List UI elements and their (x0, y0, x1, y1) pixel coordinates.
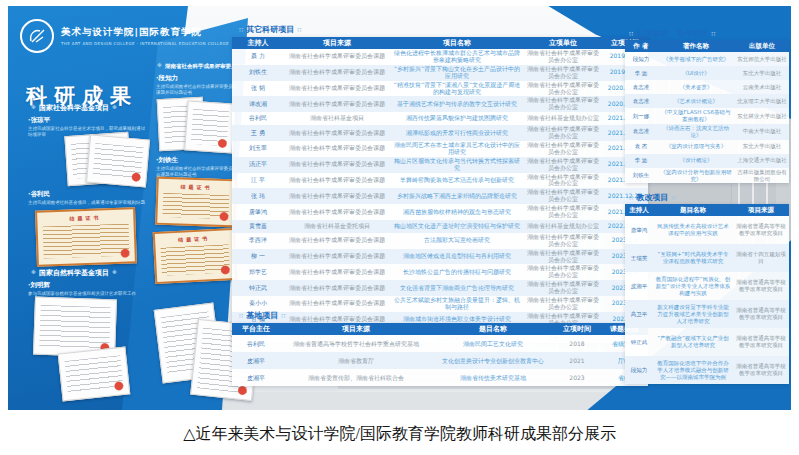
table-cell: 袁志准 (625, 94, 657, 108)
table-row: 黄雪嘉湖南省社科基金委托项目梅山地区文化遗产遗址时空演变特征与保护研究湖南省社科… (232, 220, 648, 233)
other-projects-table: 主持人项目来源项目名称立项单位立项时间聂 力湖南省社会科学成果评审委员会课题绿色… (232, 37, 648, 343)
logo-glyph-icon (26, 25, 48, 47)
table-cell: 黄雪嘉 (232, 220, 284, 233)
table-cell: 文化强省背景下湖南商业广告伦理导向研究 (390, 280, 524, 296)
table-cell: 《室内设计原理与实务》 (657, 140, 735, 154)
table-cell: 刘铁生 (232, 65, 284, 81)
researcher-desc: 参与完成国家自然科学基金项目相关设计艺术研究工作 (28, 291, 140, 297)
column-header: 主持人 (232, 37, 284, 49)
table-row: 谷利民湖南省社科基金项目湘西传统聚落风貌保护与建筑图腾研究湖南省社科基金规划办公… (232, 112, 648, 125)
table-row: 汤正平湖南省社会科学成果评审委员会课题梅山片区服饰文化传承与当代转换方式性探索研… (232, 157, 648, 173)
table-header-row: 平台主任项目来源题目名称立项时间课题类别 (232, 323, 648, 335)
publications-table-wrap: 作 者著作名称出版单位段知力《美学视域下的广告研究》东北师范大学出版社李 远《U… (625, 40, 783, 183)
table-row: 唐肇鸿湖南省社会科学成果评审委员会课题湘西苗族服饰纹样精神的观念与形态研究湖南省… (232, 204, 648, 220)
red-seal-icon (114, 381, 124, 391)
table-cell: 湖南省社会科学成果评审委员会课题 (284, 96, 390, 112)
college-name: 美术与设计学院|国际教育学院 (61, 26, 229, 39)
section-label-teaching-reform: 教改项目 (626, 192, 678, 203)
table-cell: 湘西传统聚落风貌保护与建筑图腾研究 (390, 112, 524, 125)
table-row: 钟正武“产教融合”视域下文化产业创新型人才培养研究湖南省普通高等学校教学改革研究… (625, 328, 789, 356)
research-achievements-poster: 美术与设计学院|国际教育学院 THE ART AND DESIGN COLLEG… (8, 6, 791, 410)
table-cell: 湖南省普通高等学校教学改革研究项目 (733, 216, 789, 244)
table-row: 谭改湘湖南省社会科学成果评审委员会课题基于湘绣艺术保护与传承的教学交互设计研究湖… (232, 96, 648, 112)
table-cell: 湖南省社会科学成果评审委员会课题 (284, 204, 390, 220)
column-header: 平台主任 (232, 323, 280, 335)
table-row: 皮湘平湖南省委宣传部、湖南省社科联合会湖南省传统美术研究基地2023省级 (232, 369, 648, 386)
table-cell: 湘潭纸影戏的开发可行性商业设计研究 (390, 125, 524, 141)
table-row: 郑学艺湖南省社会科学成果评审委员会课题长沙地铁公益广告的传播特征与问题研究湖南省… (232, 264, 648, 280)
certificate-title: 结题证书 (155, 234, 233, 244)
table-cell: 湖南省社会科学成果评审委员会课题 (284, 296, 390, 312)
table-cell: 李西洋 (232, 233, 284, 249)
table-cell: 刘玉翠 (232, 141, 284, 157)
base-projects-table: 平台主任项目来源题目名称立项时间课题类别谷利民湖南省普通高等学校哲学社会科学重点… (232, 323, 648, 386)
college-name-en: THE ART AND DESIGN COLLEGE · INTERNATION… (61, 41, 229, 46)
section-label-publications: 出版教材、著作情况 (626, 28, 718, 39)
column-header: 作 者 (625, 40, 657, 52)
table-cell: 谭改湘 (232, 96, 284, 112)
poster-header: 美术与设计学院|国际教育学院 THE ART AND DESIGN COLLEG… (20, 19, 229, 53)
table-row: 柳 一湖南省社会科学成果评审委员会课题湖南地区傩戏道具造型特征与再利用研究湖南省… (232, 249, 648, 265)
table-cell: 袁 杰 (625, 140, 657, 154)
table-cell: 教育国际化语境下中外合作办学人才培养模式融合与创新研究——以湖南城市学院为例 (653, 356, 733, 384)
researcher-name: ·段知力 (156, 74, 240, 83)
table-cell: 湖南省十四五规划项目 (733, 244, 789, 272)
table-row: 王 勇湖南省社会科学成果评审委员会课题湘潭纸影戏的开发可行性商业设计研究湖南省社… (232, 125, 648, 141)
table-cell: 李 远 (625, 66, 657, 80)
table-cell: 湘西苗族服饰纹样精神的观念与形态研究 (390, 204, 524, 220)
researcher-name: ·刘铁生 (156, 156, 236, 165)
table-cell: 湖南省普通高等学校教学改革研究项目 (733, 272, 789, 300)
table-cell: 湖南省社会科学成果评审委员会课题 (284, 280, 390, 296)
table-cell: 湖南省社会科学成果评审委员会课题 (284, 188, 390, 204)
table-cell: “互联网+”时代高校美术学专业课程思政教学模式研究 (653, 244, 733, 272)
table-cell: 湖南省普通高等学校哲学社会科学重点研究基地 (280, 335, 432, 352)
table-row: 刘铁生湖南省社会科学成果评审委员会课题“乡村振兴”背景下梅山文化在乡土产品设计中… (232, 65, 648, 81)
table-cell: 上海交通大学出版社 (735, 154, 789, 168)
table-cell: 乡村振兴战略下湘西土家织锦的品牌塑造研究 (390, 188, 524, 204)
table-cell: 吉林出版集团股份有限公司 (735, 168, 789, 184)
table-row: 王瑞英“互联网+”时代高校美术学专业课程思政教学模式研究湖南省十四五规划项目 (625, 244, 789, 272)
researcher-entry: ·谷利民 主持完成湖南省社科基金项目，成果通过专家评审顺利结题 (28, 190, 146, 206)
red-seal-icon (219, 212, 228, 221)
table-row: 刘铁生《室内设计分析与创新应用研究》吉林出版集团股份有限公司 (625, 168, 789, 184)
table-cell: 湖南地区傩戏道具造型特征与再利用研究 (390, 249, 524, 265)
table-cell: 湖南省社科基金委托项目 (284, 220, 390, 233)
table-cell: 湖南省社会科学成果评审委员会课题 (284, 125, 390, 141)
publications-table: 作 者著作名称出版单位段知力《美学视域下的广告研究》东北师范大学出版社李 远《U… (625, 40, 789, 183)
table-cell: 王 勇 (232, 125, 284, 141)
table-cell: 谷利民 (232, 335, 280, 352)
completion-certificate-thumbnail: 结题证书 (155, 177, 237, 228)
table-cell: 湖南省社会科学成果评审委员会办公室 (524, 157, 602, 173)
table-cell: 唐肇鸿 (232, 204, 284, 220)
table-row: 袁志准《艺术设计概论》北京理工大学出版社 (625, 94, 789, 108)
table-row: 皮湘平教育国际化进程中“民族化、创新型”设计类专业人才培养体系构建与实践湖南省普… (625, 272, 789, 300)
table-cell: 《美术鉴赏》 (657, 80, 735, 94)
table-row: 李 远《UI设计》东北大学出版社 (625, 66, 789, 80)
table-row: 钟正武湖南省社会科学成果评审委员会课题文化强省背景下湖南商业广告伦理导向研究湖南… (232, 280, 648, 296)
researcher-entry: ·张琼平 主持完成国家社会科学基金艺术学项目，研究成果顺利通过结项评审 (28, 116, 146, 138)
table-cell: 湖南省社科基金项目 (284, 112, 390, 125)
section-label-national-social: 国家社会科学基金项目 (28, 103, 120, 113)
table-cell: 北京理工大学出版社 (735, 94, 789, 108)
table-row: 秦小小湖南省社会科学成果评审委员会课题公共艺术赋能乡村文旅融合质量提升：逻辑、机… (232, 296, 648, 312)
table-row: 段知力教育国际化语境下中外合作办学人才培养模式融合与创新研究——以湖南城市学院为… (625, 356, 789, 384)
table-cell: 《诗画左右：沈周文艺活动论》 (657, 124, 735, 140)
column-header: 题目名称 (653, 204, 733, 216)
table-cell: 东北大学出版社 (735, 140, 789, 154)
table-cell: 2023 (554, 369, 600, 386)
table-row: 段知力《美学视域下的广告研究》东北师范大学出版社 (625, 52, 789, 66)
red-seal-icon (237, 386, 247, 396)
table-cell: 《美学视域下的广告研究》 (657, 52, 735, 66)
certificate-thumbnail (58, 347, 131, 402)
table-cell: 教育国际化进程中“民族化、创新型”设计类专业人才培养体系构建与实践 (653, 272, 733, 300)
table-cell: 《室内设计分析与创新应用研究》 (657, 168, 735, 184)
table-row: 张 玮湖南省社会科学成果评审委员会课题乡村振兴战略下湘西土家织锦的品牌塑造研究湖… (232, 188, 648, 204)
table-cell: 湖南省委宣传部、湖南省社科联合会 (280, 369, 432, 386)
table-cell: 郑学艺 (232, 264, 284, 280)
table-cell: 刘铁生 (625, 168, 657, 184)
table-row: 聂 力湖南省社会科学成果评审委员会课题绿色化进程中长株潭城市群公共艺术与城市品牌… (232, 49, 648, 65)
table-cell: 文化创意类设计专业创新创业教育中心 (432, 352, 554, 369)
researcher-entry: ·刘铁生 主持完成湖南省社会科学成果评审委员会课题并获结题证书 (156, 156, 236, 178)
section-label-other-projects: 其它科研项目 (236, 24, 304, 35)
table-cell: 《艺术设计概论》 (657, 94, 735, 108)
